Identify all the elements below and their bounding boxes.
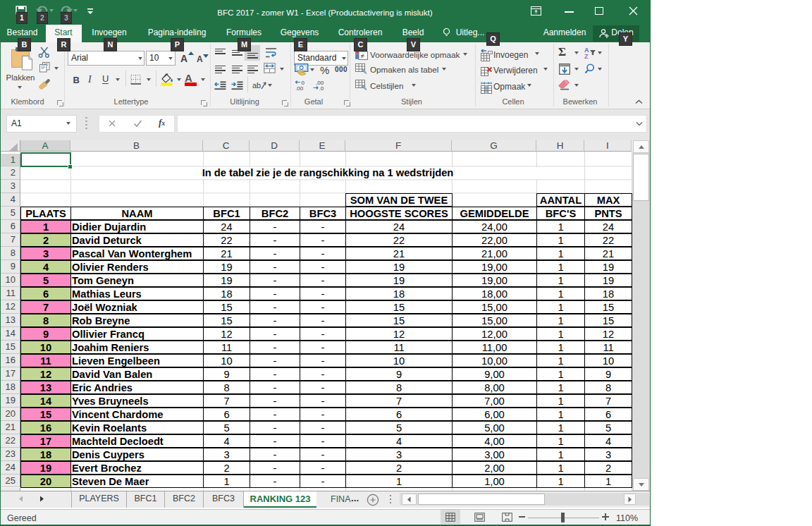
svg-text:,00: ,00 (295, 85, 304, 90)
svg-text:,0: ,0 (319, 85, 324, 90)
svg-text:ab: ab (252, 81, 261, 90)
svg-text:Z: Z (584, 53, 589, 59)
svg-text:≠: ≠ (361, 51, 365, 59)
